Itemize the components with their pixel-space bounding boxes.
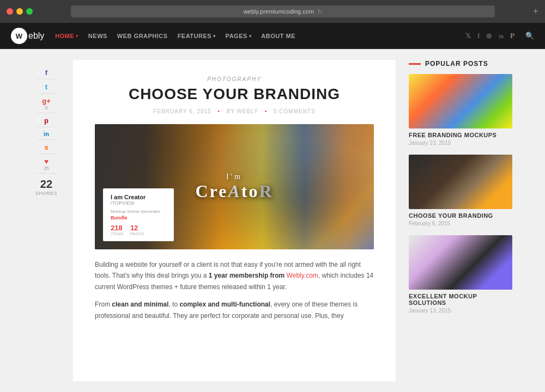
stumbleupon-share-button[interactable]: s [37, 140, 56, 154]
stat-items: 218 ITEMS [111, 224, 124, 236]
creator-card-bundle: Bundle [111, 215, 166, 220]
googleplus-share-button[interactable]: g+ 0 [37, 94, 56, 113]
browser-chrome: webly.premiumcoding.com ↻ + [0, 0, 545, 23]
stat-items-label: ITEMS [111, 232, 124, 236]
image-overlay-text: I'm CreAtoR [195, 173, 273, 201]
shares-count-box: 22 SHARES [35, 178, 57, 196]
heart-count: 25 [44, 166, 49, 171]
facebook-icon[interactable]: f [477, 32, 480, 40]
popular-post-2-image [409, 155, 512, 209]
googleplus-count: 0 [45, 105, 47, 111]
post-paragraph-1: Building a website for yourself or a cli… [95, 259, 374, 292]
popular-post-3-image [409, 235, 512, 290]
linkedin-share-button[interactable]: in [37, 127, 56, 140]
minimize-button[interactable] [16, 8, 23, 15]
stat-packs-label: PACKS [130, 232, 144, 236]
search-icon[interactable]: 🔍 [525, 32, 534, 40]
navbar: W ebly HOME ▾ NEWS WEB GRAPHICS FEATURES… [0, 23, 545, 49]
post-image-inner: I'm CreAtoR I am Creator /TOPVIEW Mockup… [95, 124, 374, 249]
maximize-button[interactable] [26, 8, 33, 15]
address-bar[interactable]: webly.premiumcoding.com ↻ [71, 5, 495, 17]
stat-items-number: 218 [111, 224, 124, 232]
popular-post-1-image [409, 74, 512, 128]
chevron-down-icon: ▾ [249, 34, 252, 39]
nav-item-pages[interactable]: PAGES ▾ [226, 33, 252, 39]
nav-social-links: 𝕏 f ⊛ in 𝐏 🔍 [465, 32, 534, 40]
new-tab-button[interactable]: + [533, 6, 538, 17]
popular-post-2[interactable]: CHOOSE YOUR BRANDING February 6, 2015 [409, 155, 512, 226]
popular-post-2-date: February 6, 2015 [409, 220, 512, 226]
post-date: FEBRUARY 6, 2015 [153, 108, 211, 114]
linkedin-icon: in [44, 131, 49, 137]
post-title: CHOOSE YOUR BRANDING [95, 85, 374, 103]
popular-post-3[interactable]: EXCELLENT MOCKUP SOLUTIONS January 13, 2… [409, 235, 512, 314]
logo-circle: W [11, 28, 27, 44]
popular-posts-title: POPULAR POSTS [409, 60, 512, 68]
heart-icon: ♥ [44, 157, 49, 166]
pinterest-icon[interactable]: 𝐏 [510, 32, 514, 40]
post-author: BY WEBLY [227, 108, 258, 114]
nav-item-news[interactable]: NEWS [88, 33, 107, 39]
popular-post-3-title: EXCELLENT MOCKUP SOLUTIONS [409, 293, 512, 306]
shares-number: 22 [40, 178, 52, 191]
url-text: webly.premiumcoding.com [244, 8, 314, 15]
post-body: Building a website for yourself or a cli… [95, 259, 374, 321]
post-featured-image: I'm CreAtoR I am Creator /TOPVIEW Mockup… [95, 124, 374, 249]
pinterest-share-button[interactable]: p [37, 113, 56, 127]
post-meta: FEBRUARY 6, 2015 • BY WEBLY • 5 COMMENTS [95, 108, 374, 114]
stat-packs-number: 12 [130, 224, 144, 232]
site-logo[interactable]: W ebly [11, 28, 44, 44]
right-sidebar: POPULAR POSTS FREE BRANDING MOCKUPS Janu… [409, 60, 512, 381]
close-button[interactable] [7, 8, 13, 15]
post-category: PHOTOGRAPHY [95, 76, 374, 82]
nav-item-features[interactable]: FEATURES ▾ [178, 33, 216, 39]
shares-label: SHARES [35, 191, 57, 196]
stumbleupon-icon: s [44, 143, 48, 151]
instagram-icon[interactable]: ⊛ [486, 32, 492, 40]
nav-item-home[interactable]: HOME ▾ [55, 33, 78, 39]
creator-card-label: Mockup Scene Generator [111, 209, 166, 214]
twitter-share-button[interactable]: t [37, 79, 56, 94]
chevron-down-icon: ▾ [213, 34, 216, 39]
facebook-share-button[interactable]: f [37, 65, 56, 79]
popular-post-1-title: FREE BRANDING MOCKUPS [409, 132, 512, 138]
nav-item-about[interactable]: ABOUT ME [261, 33, 295, 39]
heart-share-button[interactable]: ♥ 25 [37, 154, 56, 174]
pinterest-icon: p [44, 117, 49, 125]
social-sidebar: f t g+ 0 p in s ♥ 25 22 SHARES [33, 60, 60, 381]
nav-menu: HOME ▾ NEWS WEB GRAPHICS FEATURES ▾ PAGE… [55, 33, 465, 39]
popular-post-1-date: January 23, 2015 [409, 140, 512, 146]
twitter-icon: t [45, 83, 47, 91]
linkedin-icon[interactable]: in [499, 33, 504, 39]
refresh-icon[interactable]: ↻ [317, 8, 322, 15]
creator-card: I am Creator /TOPVIEW Mockup Scene Gener… [103, 188, 174, 241]
popular-post-2-title: CHOOSE YOUR BRANDING [409, 212, 512, 219]
red-accent-bar [409, 63, 421, 65]
post-comments-count[interactable]: 5 COMMENTS [274, 108, 316, 114]
logo-letter: W [16, 32, 22, 40]
browser-window-controls [7, 8, 33, 15]
twitter-icon[interactable]: 𝕏 [465, 32, 471, 40]
main-wrapper: f t g+ 0 p in s ♥ 25 22 SHARES [0, 49, 545, 392]
stat-packs: 12 PACKS [130, 224, 144, 236]
post-content: PHOTOGRAPHY CHOOSE YOUR BRANDING FEBRUAR… [73, 60, 396, 381]
creator-card-title: I am Creator [111, 194, 166, 200]
facebook-icon: f [45, 69, 47, 77]
webly-link[interactable]: Webly.com [287, 272, 318, 279]
post-paragraph-2: From clean and minimal, to complex and m… [95, 299, 374, 321]
chevron-down-icon: ▾ [76, 34, 78, 39]
popular-post-3-date: January 13, 2015 [409, 308, 512, 314]
popular-post-1[interactable]: FREE BRANDING MOCKUPS January 23, 2015 [409, 74, 512, 146]
creator-stats: 218 ITEMS 12 PACKS [111, 224, 166, 236]
creator-card-subtitle: /TOPVIEW [111, 200, 166, 206]
googleplus-icon: g+ [42, 97, 51, 105]
nav-item-web-graphics[interactable]: WEB GRAPHICS [117, 33, 168, 39]
logo-text: ebly [28, 31, 44, 41]
